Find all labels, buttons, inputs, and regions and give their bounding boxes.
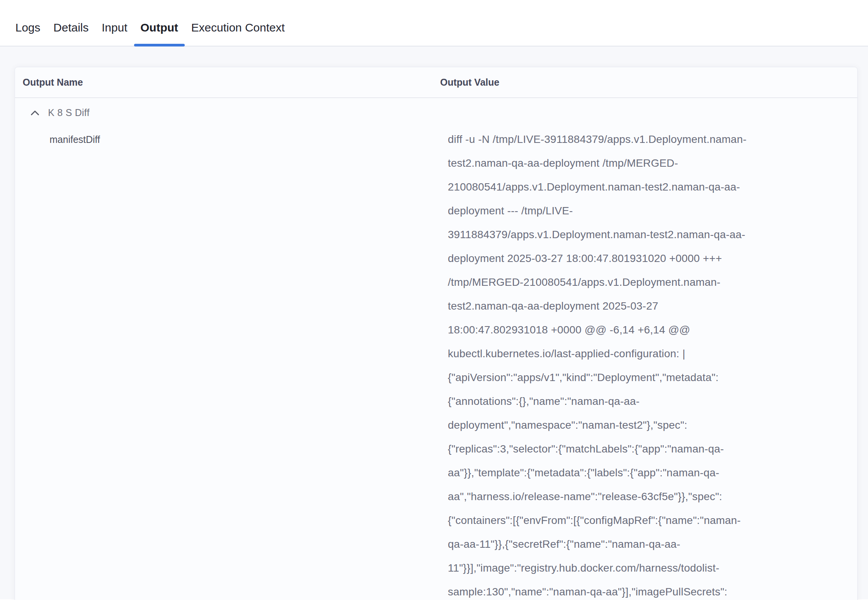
tab-output-label: Output [141,21,178,34]
tab-input[interactable]: Input [95,0,134,46]
output-value-line: deployment 2025-03-27 18:00:47.801931020… [448,247,811,270]
tab-execution-context-label: Execution Context [191,21,285,34]
output-value-line: sample:130","name":"naman-qa-aa"}],"imag… [448,580,811,600]
output-name-cell: manifestDiff [15,128,448,151]
output-value-line: {"apiVersion":"apps/v1","kind":"Deployme… [448,366,811,390]
tab-bar: Logs Details Input Output Execution Cont… [0,0,868,46]
tab-execution-context[interactable]: Execution Context [185,0,291,46]
output-value-line: test2.naman-qa-aa-deployment /tmp/MERGED… [448,151,811,175]
output-value-line: diff -u -N /tmp/LIVE-3911884379/apps.v1.… [448,128,811,151]
tab-details[interactable]: Details [47,0,95,46]
output-value-line: kubectl.kubernetes.io/last-applied-confi… [448,342,811,366]
output-value-line: deployment","namespace":"naman-test2"},"… [448,413,811,437]
tab-logs[interactable]: Logs [9,0,47,46]
chevron-up-icon[interactable] [30,108,40,118]
output-value-line: /tmp/MERGED-210080541/apps.v1.Deployment… [448,270,811,294]
tab-output[interactable]: Output [134,0,185,46]
output-value-line: test2.naman-qa-aa-deployment 2025-03-27 [448,294,811,318]
tab-details-label: Details [53,21,89,34]
output-value-line: aa","harness.io/release-name":"release-6… [448,485,811,509]
column-header-output-value: Output Value [440,77,850,88]
output-value-line: 18:00:47.802931018 +0000 @@ -6,14 +6,14 … [448,318,811,342]
output-value-line: 11"}}],"image":"registry.hub.docker.com/… [448,556,811,580]
tab-input-label: Input [102,21,128,34]
output-value-line: {"replicas":3,"selector":{"matchLabels":… [448,437,811,461]
output-value-line: qa-aa-11"}},{"secretRef":{"name":"naman-… [448,532,811,556]
output-value-line: {"annotations":{},"name":"naman-qa-aa- [448,390,811,413]
tab-logs-label: Logs [15,21,40,34]
output-value-cell: diff -u -N /tmp/LIVE-3911884379/apps.v1.… [448,128,857,600]
output-table-panel: Output Name Output Value K 8 S Diff mani… [15,67,858,600]
table-row-manifest-diff: manifestDiff diff -u -N /tmp/LIVE-391188… [15,128,857,600]
output-group-label: K 8 S Diff [48,107,89,118]
output-value-line: 3911884379/apps.v1.Deployment.naman-test… [448,223,811,247]
output-group-row-k8s-diff[interactable]: K 8 S Diff [15,98,857,128]
output-table-header: Output Name Output Value [15,67,857,98]
output-value-line: 210080541/apps.v1.Deployment.naman-test2… [448,175,811,199]
output-value-line: {"containers":[{"envFrom":[{"configMapRe… [448,509,811,532]
output-tab-content: Output Name Output Value K 8 S Diff mani… [0,46,868,599]
output-value-line: aa"}},"template":{"metadata":{"labels":{… [448,461,811,485]
output-value-line: deployment --- /tmp/LIVE- [448,199,811,223]
column-header-output-name: Output Name [23,77,440,88]
